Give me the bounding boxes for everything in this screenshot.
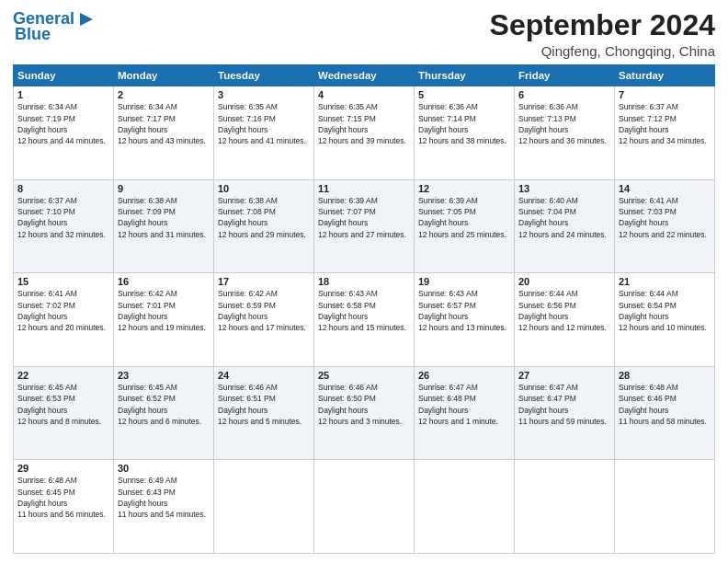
daylight-duration: 12 hours and 25 minutes.	[418, 230, 506, 239]
col-thursday: Thursday	[415, 65, 515, 86]
daylight-duration: 12 hours and 43 minutes.	[118, 136, 206, 145]
sunset-label: Sunset: 7:07 PM	[318, 207, 376, 216]
day-number: 27	[518, 370, 610, 381]
sunrise-label: Sunrise: 6:41 AM	[619, 196, 678, 205]
day-number: 19	[418, 276, 510, 287]
sunrise-label: Sunrise: 6:48 AM	[619, 383, 678, 392]
sunrise-label: Sunrise: 6:49 AM	[118, 476, 177, 485]
calendar-row: 29 Sunrise: 6:48 AM Sunset: 6:45 PM Dayl…	[14, 460, 715, 554]
daylight-label: Daylight hours	[218, 312, 267, 321]
logo-arrow-icon	[76, 9, 97, 29]
daylight-duration: 11 hours and 59 minutes.	[518, 417, 607, 426]
day-info: Sunrise: 6:38 AM Sunset: 7:08 PM Dayligh…	[218, 195, 310, 240]
sunset-label: Sunset: 6:58 PM	[318, 301, 376, 310]
sunrise-label: Sunrise: 6:42 AM	[118, 289, 177, 298]
table-row: 11 Sunrise: 6:39 AM Sunset: 7:07 PM Dayl…	[314, 179, 415, 273]
daylight-label: Daylight hours	[518, 406, 568, 415]
day-number: 26	[418, 370, 510, 381]
sunrise-label: Sunrise: 6:46 AM	[318, 383, 378, 392]
table-row: 3 Sunrise: 6:35 AM Sunset: 7:16 PM Dayli…	[214, 86, 314, 180]
sunset-label: Sunset: 6:50 PM	[318, 394, 376, 403]
table-row: 24 Sunrise: 6:46 AM Sunset: 6:51 PM Dayl…	[214, 366, 314, 460]
day-info: Sunrise: 6:40 AM Sunset: 7:04 PM Dayligh…	[518, 195, 610, 240]
day-info: Sunrise: 6:35 AM Sunset: 7:15 PM Dayligh…	[318, 101, 410, 146]
sunset-label: Sunset: 7:14 PM	[418, 114, 476, 123]
daylight-duration: 12 hours and 13 minutes.	[418, 323, 506, 332]
daylight-label: Daylight hours	[118, 312, 167, 321]
sunset-label: Sunset: 7:09 PM	[118, 207, 176, 216]
header: General Blue September 2024 Qingfeng, Ch…	[13, 9, 715, 59]
day-number: 13	[518, 183, 610, 194]
table-row: 4 Sunrise: 6:35 AM Sunset: 7:15 PM Dayli…	[314, 86, 415, 180]
table-row: 29 Sunrise: 6:48 AM Sunset: 6:45 PM Dayl…	[14, 460, 114, 554]
daylight-duration: 12 hours and 24 minutes.	[518, 230, 607, 239]
sunrise-label: Sunrise: 6:37 AM	[619, 102, 678, 111]
sunrise-label: Sunrise: 6:41 AM	[17, 289, 77, 298]
table-row: 19 Sunrise: 6:43 AM Sunset: 6:57 PM Dayl…	[415, 273, 515, 367]
sunset-label: Sunset: 7:05 PM	[418, 207, 476, 216]
logo: General Blue	[13, 9, 97, 44]
daylight-duration: 12 hours and 15 minutes.	[318, 323, 406, 332]
daylight-label: Daylight hours	[418, 125, 468, 134]
daylight-label: Daylight hours	[619, 125, 668, 134]
sunset-label: Sunset: 7:01 PM	[118, 301, 176, 310]
daylight-label: Daylight hours	[118, 125, 167, 134]
daylight-duration: 12 hours and 12 minutes.	[518, 323, 607, 332]
day-info: Sunrise: 6:36 AM Sunset: 7:13 PM Dayligh…	[518, 101, 610, 146]
day-info: Sunrise: 6:41 AM Sunset: 7:02 PM Dayligh…	[17, 288, 109, 333]
calendar-row: 8 Sunrise: 6:37 AM Sunset: 7:10 PM Dayli…	[14, 179, 715, 273]
day-number: 6	[518, 89, 610, 100]
sunset-label: Sunset: 7:04 PM	[518, 207, 576, 216]
day-info: Sunrise: 6:48 AM Sunset: 6:45 PM Dayligh…	[17, 475, 109, 520]
daylight-label: Daylight hours	[619, 312, 668, 321]
day-info: Sunrise: 6:43 AM Sunset: 6:58 PM Dayligh…	[318, 288, 410, 333]
daylight-duration: 12 hours and 29 minutes.	[218, 230, 306, 239]
day-number: 20	[518, 276, 610, 287]
daylight-duration: 12 hours and 32 minutes.	[17, 230, 106, 239]
sunrise-label: Sunrise: 6:35 AM	[218, 102, 278, 111]
daylight-duration: 12 hours and 5 minutes.	[218, 417, 301, 426]
daylight-label: Daylight hours	[418, 218, 468, 227]
daylight-label: Daylight hours	[418, 312, 468, 321]
daylight-duration: 12 hours and 34 minutes.	[619, 136, 707, 145]
day-number: 7	[619, 89, 711, 100]
table-row: 18 Sunrise: 6:43 AM Sunset: 6:58 PM Dayl…	[314, 273, 415, 367]
daylight-duration: 12 hours and 20 minutes.	[17, 323, 106, 332]
col-saturday: Saturday	[615, 65, 715, 86]
daylight-duration: 12 hours and 8 minutes.	[17, 417, 101, 426]
sunset-label: Sunset: 7:13 PM	[518, 114, 576, 123]
daylight-duration: 12 hours and 22 minutes.	[619, 230, 707, 239]
sunrise-label: Sunrise: 6:36 AM	[518, 102, 578, 111]
sunset-label: Sunset: 7:12 PM	[619, 114, 677, 123]
day-number: 12	[418, 183, 510, 194]
location-title: Qingfeng, Chongqing, China	[490, 43, 715, 59]
table-row: 26 Sunrise: 6:47 AM Sunset: 6:48 PM Dayl…	[415, 366, 515, 460]
col-tuesday: Tuesday	[214, 65, 314, 86]
daylight-duration: 11 hours and 58 minutes.	[619, 417, 707, 426]
day-info: Sunrise: 6:47 AM Sunset: 6:48 PM Dayligh…	[418, 382, 510, 427]
day-info: Sunrise: 6:38 AM Sunset: 7:09 PM Dayligh…	[118, 195, 210, 240]
page: General Blue September 2024 Qingfeng, Ch…	[0, 0, 728, 563]
sunset-label: Sunset: 6:52 PM	[118, 394, 176, 403]
sunset-label: Sunset: 6:45 PM	[17, 488, 75, 497]
day-info: Sunrise: 6:49 AM Sunset: 6:43 PM Dayligh…	[118, 475, 210, 520]
day-number: 1	[17, 89, 109, 100]
daylight-label: Daylight hours	[218, 218, 267, 227]
table-row: 6 Sunrise: 6:36 AM Sunset: 7:13 PM Dayli…	[515, 86, 615, 180]
table-row	[515, 460, 615, 554]
sunset-label: Sunset: 6:59 PM	[218, 301, 276, 310]
sunrise-label: Sunrise: 6:37 AM	[17, 196, 77, 205]
sunrise-label: Sunrise: 6:39 AM	[418, 196, 478, 205]
daylight-duration: 11 hours and 56 minutes.	[17, 510, 106, 519]
col-monday: Monday	[114, 65, 214, 86]
day-info: Sunrise: 6:44 AM Sunset: 6:56 PM Dayligh…	[518, 288, 610, 333]
sunrise-label: Sunrise: 6:43 AM	[318, 289, 378, 298]
day-number: 14	[619, 183, 711, 194]
table-row: 14 Sunrise: 6:41 AM Sunset: 7:03 PM Dayl…	[615, 179, 715, 273]
sunset-label: Sunset: 6:46 PM	[619, 394, 677, 403]
table-row: 2 Sunrise: 6:34 AM Sunset: 7:17 PM Dayli…	[114, 86, 214, 180]
daylight-duration: 12 hours and 31 minutes.	[118, 230, 206, 239]
sunset-label: Sunset: 6:54 PM	[619, 301, 677, 310]
day-number: 3	[218, 89, 310, 100]
calendar-row: 1 Sunrise: 6:34 AM Sunset: 7:19 PM Dayli…	[14, 86, 715, 180]
